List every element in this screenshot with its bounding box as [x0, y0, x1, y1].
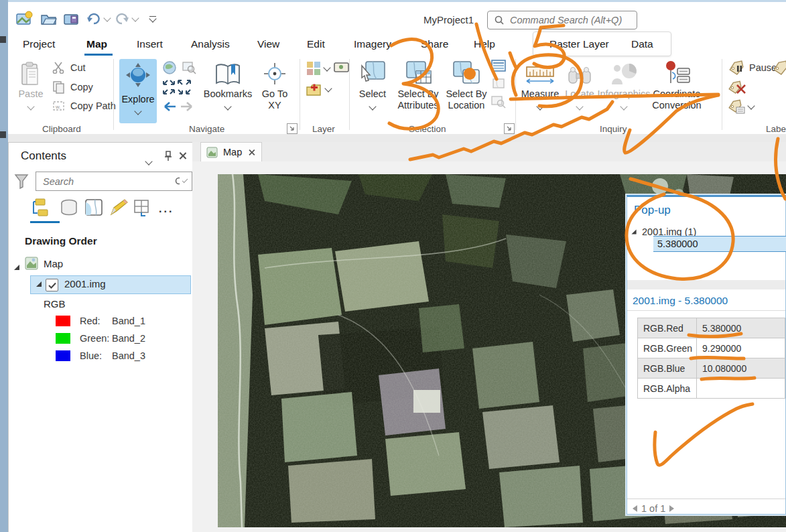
- infographics-icon: [609, 63, 639, 86]
- undo-button[interactable]: [86, 9, 102, 28]
- clear-labels-button[interactable]: [728, 80, 746, 95]
- new-project-button[interactable]: [15, 9, 35, 28]
- close-tab-icon[interactable]: [248, 148, 255, 155]
- list-by-editing-button[interactable]: [109, 198, 129, 217]
- tab-map[interactable]: Map: [86, 38, 107, 50]
- bookmarks-button[interactable]: Bookmarks: [201, 59, 255, 109]
- infographics-button[interactable]: Infographics: [598, 59, 650, 109]
- layer-node-label: 2001.img: [64, 278, 106, 289]
- next-extent-button[interactable]: [180, 101, 196, 113]
- tab-imagery[interactable]: Imagery: [354, 38, 391, 50]
- cut-button[interactable]: Cut: [52, 62, 86, 74]
- contents-close-button[interactable]: [178, 151, 187, 160]
- field-name: RGB.Red: [638, 318, 697, 338]
- previous-extent-button[interactable]: [161, 101, 177, 113]
- select-by-location-button[interactable]: Select By Location: [445, 59, 488, 111]
- customize-quick-access-button[interactable]: [146, 9, 159, 28]
- map-node-expander[interactable]: [14, 261, 19, 273]
- tab-share[interactable]: Share: [421, 38, 448, 50]
- table-row[interactable]: RGB.Alpha: [638, 379, 785, 399]
- tab-raster-layer[interactable]: Raster Layer: [549, 38, 609, 50]
- layer-node-row[interactable]: 2001.img: [30, 275, 191, 294]
- tab-view[interactable]: View: [257, 38, 279, 50]
- pager-previous-icon[interactable]: [633, 505, 637, 512]
- popup-selected-row[interactable]: 5.380000: [653, 236, 786, 252]
- table-row[interactable]: RGB.Red 5.380000: [638, 318, 785, 338]
- project-title: MyProject1: [423, 14, 474, 25]
- copy-path-label: Copy Path: [70, 101, 116, 111]
- contents-collapse-button[interactable]: [146, 155, 151, 167]
- selection-dialog-launcher[interactable]: [504, 123, 515, 134]
- label-options-button[interactable]: [728, 99, 754, 114]
- drawing-order-heading: Drawing Order: [25, 235, 97, 247]
- tab-insert[interactable]: Insert: [137, 38, 163, 50]
- contents-more-button[interactable]: ...: [159, 203, 174, 215]
- contents-pin-button[interactable]: [163, 151, 173, 161]
- tab-edit[interactable]: Edit: [307, 38, 325, 50]
- open-project-button[interactable]: [39, 9, 59, 28]
- add-data-button[interactable]: [306, 82, 331, 96]
- attributes-button[interactable]: [490, 59, 507, 72]
- pager-next-icon[interactable]: [669, 505, 674, 512]
- save-project-button[interactable]: [62, 9, 82, 28]
- redo-dropdown[interactable]: [130, 9, 141, 28]
- popup-splitter[interactable]: [627, 280, 785, 289]
- chevron-down-icon: [369, 103, 376, 110]
- explore-button[interactable]: Explore: [119, 59, 157, 123]
- expander-icon[interactable]: [36, 281, 42, 287]
- map-thumbnail-icon: [25, 257, 38, 270]
- zoom-to-selection-button[interactable]: [181, 60, 197, 75]
- layer-visibility-checkbox[interactable]: [46, 279, 58, 291]
- command-search[interactable]: [487, 11, 637, 29]
- undo-dropdown[interactable]: [102, 9, 113, 28]
- table-row[interactable]: RGB.Green 9.290000: [638, 338, 785, 358]
- table-row[interactable]: RGB.Blue 10.080000: [638, 358, 785, 379]
- expander-icon[interactable]: [631, 229, 636, 234]
- paste-button[interactable]: Paste: [13, 59, 48, 109]
- list-by-selection-button[interactable]: [84, 198, 103, 216]
- tab-help[interactable]: Help: [474, 38, 495, 50]
- go-to-xy-button[interactable]: Go To XY: [257, 59, 292, 111]
- tab-data[interactable]: Data: [631, 38, 653, 50]
- arcgis-pro-window: MyProject1 Project Map Insert Analysis V…: [0, 0, 786, 532]
- selection-group-label: Selection: [409, 124, 446, 134]
- select-by-attributes-button[interactable]: Select By Attributes: [393, 59, 444, 111]
- zoom-to-selected-button[interactable]: [490, 95, 507, 109]
- labeling-extra-button[interactable]: [772, 60, 786, 75]
- new-map-button[interactable]: [334, 62, 350, 74]
- contents-search-input[interactable]: [42, 176, 171, 188]
- chevron-down-icon: [323, 64, 330, 71]
- band-label: Red:: [80, 316, 112, 326]
- map-node-label[interactable]: Map: [44, 258, 63, 269]
- list-by-data-source-button[interactable]: [60, 199, 78, 216]
- field-name: RGB.Green: [638, 338, 697, 358]
- basemap-icon: [306, 60, 322, 76]
- tab-project[interactable]: Project: [23, 38, 55, 50]
- go-to-xy-label: Go To XY: [258, 88, 291, 111]
- basemap-button[interactable]: [306, 60, 330, 76]
- navigate-dialog-launcher[interactable]: [287, 123, 298, 134]
- app-background: [8, 134, 786, 142]
- filter-button[interactable]: [14, 174, 29, 190]
- select-button[interactable]: Select: [355, 59, 390, 109]
- command-search-input[interactable]: [509, 14, 625, 26]
- chevron-down-icon: [103, 14, 111, 21]
- copy-path-button[interactable]: w. Copy Path: [52, 100, 116, 112]
- pause-labeling-button[interactable]: Pause: [728, 60, 777, 75]
- fixed-zoom-buttons[interactable]: [161, 79, 196, 96]
- label-options-icon: [728, 99, 745, 114]
- map-view-tab[interactable]: Map: [200, 142, 262, 161]
- redo-button[interactable]: [114, 9, 130, 28]
- full-extent-button[interactable]: [162, 60, 177, 75]
- locate-button[interactable]: Locate: [563, 59, 596, 109]
- contents-pane: Contents ... Drawin: [8, 142, 193, 532]
- clear-selection-button[interactable]: [492, 78, 507, 90]
- contents-search[interactable]: [36, 172, 192, 191]
- measure-button[interactable]: Measure: [520, 59, 560, 109]
- list-by-labeling-button[interactable]: [133, 198, 151, 217]
- search-icon: [175, 177, 180, 186]
- list-by-drawing-order-button[interactable]: [30, 198, 50, 218]
- coordinate-conversion-button[interactable]: Coordinate Conversion: [649, 59, 705, 111]
- tab-analysis[interactable]: Analysis: [191, 38, 230, 50]
- copy-button[interactable]: Copy: [52, 80, 93, 94]
